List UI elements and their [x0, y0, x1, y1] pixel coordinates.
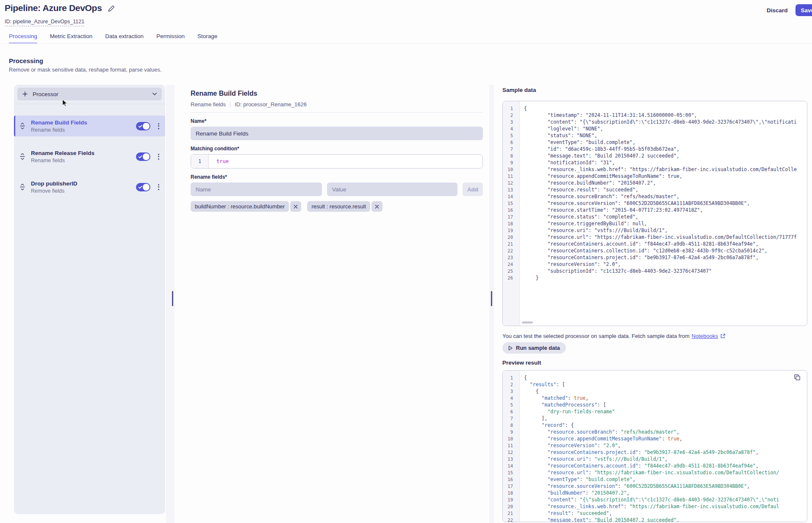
drag-handle-icon[interactable]	[19, 183, 25, 191]
page-title: Pipeline: Azure DevOps	[5, 3, 102, 13]
kebab-menu-icon[interactable]	[157, 122, 161, 131]
rename-fields-label: Rename fields*	[191, 174, 483, 180]
remove-chip-icon[interactable]	[290, 201, 301, 212]
copy-icon[interactable]	[794, 374, 801, 381]
kebab-menu-icon[interactable]	[157, 183, 161, 192]
edit-title-icon[interactable]	[108, 5, 115, 12]
rename-field-chip: buildNumber : resource.buildNumber	[191, 201, 301, 212]
detail-id: ID: processor_Rename_1626	[235, 101, 307, 108]
processor-list: Rename Build Fields Rename fields Rename…	[14, 104, 165, 514]
line-number-gutter: 12345678910111213141516171819202122	[503, 371, 520, 522]
preview-result-editor[interactable]: 12345678910111213141516171819202122 { "r…	[502, 370, 807, 522]
vertical-separator	[230, 102, 230, 108]
toggle-knob	[143, 123, 150, 130]
rename-value-input[interactable]	[327, 183, 457, 196]
splitter-handle-right[interactable]	[491, 291, 492, 306]
check-icon	[138, 185, 142, 189]
line-number-gutter: 1234567891011121314151617181920212223242…	[503, 101, 520, 326]
section-title: Processing	[9, 57, 43, 64]
horizontal-scrollbar[interactable]	[522, 321, 533, 324]
processor-list-item[interactable]: Drop publisherID Remove fields	[14, 177, 165, 197]
name-label: Name*	[191, 118, 483, 124]
run-sample-data-button[interactable]: Run sample data	[502, 342, 566, 354]
check-icon	[138, 124, 142, 128]
rename-field-chip: result : resource.result	[307, 201, 382, 212]
rename-name-input[interactable]	[191, 183, 322, 196]
detail-title: Rename Build Fields	[191, 90, 483, 97]
processor-text: Rename Release Fields Rename fields	[31, 150, 136, 163]
processor-enabled-toggle[interactable]	[136, 152, 150, 161]
remove-chip-icon[interactable]	[371, 201, 382, 212]
toggle-knob	[143, 184, 150, 191]
processor-title: Rename Release Fields	[31, 150, 136, 156]
save-button[interactable]: Save	[795, 4, 812, 16]
check-icon	[138, 155, 142, 159]
line-number: 1	[191, 155, 209, 168]
preview-result-title: Preview result	[502, 360, 541, 366]
tab-permission[interactable]: Permission	[156, 33, 185, 44]
tab-bar-divider	[0, 43, 812, 44]
external-link-icon	[720, 333, 726, 339]
section-subtitle: Remove or mask sensitive data, reshape f…	[9, 66, 162, 73]
chevron-down-icon	[152, 92, 157, 96]
sample-data-title: Sample data	[502, 87, 536, 93]
processor-list-panel: Processor Rename Build Fields Rename fie…	[14, 85, 165, 514]
pipeline-editor-page: Pipeline: Azure DevOps Discard Save ID: …	[0, 0, 812, 523]
tab-processing[interactable]: Processing	[9, 33, 37, 44]
processor-text: Rename Build Fields Rename fields	[31, 119, 136, 133]
play-icon	[508, 346, 513, 351]
processor-subtitle: Rename fields	[31, 158, 136, 163]
add-processor-dropdown[interactable]: Processor	[17, 88, 162, 100]
processor-title: Rename Build Fields	[31, 119, 136, 126]
tab-metric-extraction[interactable]: Metric Extraction	[50, 33, 93, 44]
processor-title: Drop publisherID	[31, 180, 136, 187]
drag-handle-icon[interactable]	[19, 153, 25, 160]
tab-storage[interactable]: Storage	[197, 33, 217, 44]
processor-subtitle: Remove fields	[31, 188, 136, 194]
toggle-knob	[143, 153, 150, 160]
matching-condition-label: Matching condition*	[191, 146, 483, 152]
detail-subtitle: Rename fields ID: processor_Rename_1626	[191, 101, 483, 108]
notebooks-link[interactable]: Notebooks	[692, 333, 718, 339]
processor-enabled-toggle[interactable]	[136, 183, 150, 191]
detail-divider	[191, 112, 483, 113]
processor-enabled-toggle[interactable]	[136, 122, 150, 130]
panel-splitter-left[interactable]	[166, 85, 175, 523]
chip-label: result : resource.result	[307, 201, 370, 212]
sample-note: You can test the selected processor on s…	[502, 333, 726, 339]
pipeline-id: ID: pipeline_Azure_DevOps_1121	[5, 19, 84, 26]
processor-list-item[interactable]: Rename Build Fields Rename fields	[14, 116, 165, 136]
tab-bar: ProcessingMetric ExtractionData extracti…	[9, 33, 217, 44]
splitter-handle-left[interactable]	[172, 291, 173, 306]
drag-handle-icon[interactable]	[19, 122, 25, 130]
matching-condition-value: true	[209, 155, 229, 168]
add-processor-label: Processor	[33, 91, 58, 97]
add-field-button[interactable]: Add	[463, 183, 483, 196]
run-sample-data-label: Run sample data	[516, 345, 560, 351]
processor-list-item[interactable]: Rename Release Fields Rename fields	[14, 146, 165, 167]
rename-fields-row: Add	[191, 183, 483, 196]
matching-condition-editor[interactable]: 1 true	[191, 154, 483, 169]
tab-data-extraction[interactable]: Data extraction	[105, 33, 144, 44]
header-actions: Discard Save	[765, 4, 812, 16]
name-input[interactable]	[191, 127, 483, 140]
plus-icon	[22, 91, 28, 97]
processor-subtitle: Rename fields	[31, 127, 136, 133]
processor-text: Drop publisherID Remove fields	[31, 180, 136, 194]
chip-label: buildNumber : resource.buildNumber	[191, 201, 289, 212]
detail-type: Rename fields	[191, 101, 226, 108]
kebab-menu-icon[interactable]	[157, 152, 161, 161]
processor-detail-panel: Rename Build Fields Rename fields ID: pr…	[191, 90, 483, 212]
sample-note-text: You can test the selected processor on s…	[502, 333, 690, 339]
sample-data-code: { "timestamp": "2024-11-11T14:31:14.5160…	[520, 101, 807, 326]
rename-chips: buildNumber : resource.buildNumber resul…	[191, 201, 483, 212]
preview-result-code: { "results": [ { "matched": true, "match…	[520, 371, 807, 522]
page-header: Pipeline: Azure DevOps	[5, 3, 115, 13]
discard-button[interactable]: Discard	[765, 5, 790, 16]
sample-data-editor[interactable]: 1234567891011121314151617181920212223242…	[502, 101, 807, 326]
